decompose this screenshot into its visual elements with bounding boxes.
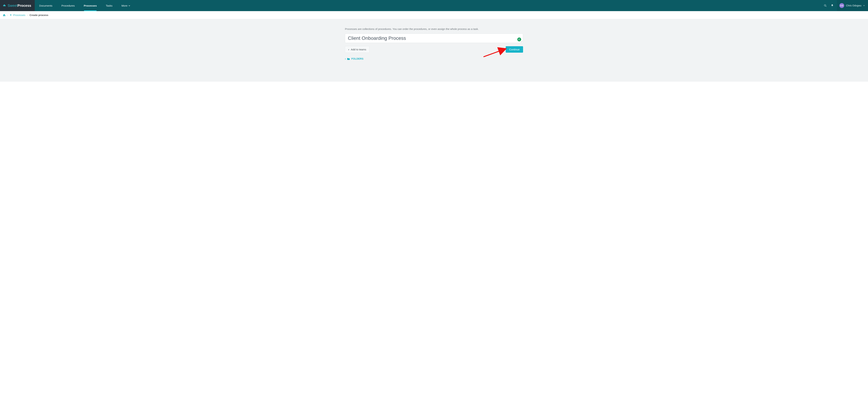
nav-item-label: Tasks bbox=[106, 4, 112, 7]
brand-text: SweetProcess bbox=[8, 4, 31, 8]
process-title-field[interactable] bbox=[345, 33, 523, 43]
annotation-arrow-icon bbox=[482, 47, 509, 59]
bell-icon[interactable] bbox=[831, 4, 834, 7]
brand-logo-icon bbox=[2, 4, 6, 7]
chevron-down-icon bbox=[863, 4, 865, 7]
breadcrumb-separator: › bbox=[7, 14, 8, 16]
search-icon[interactable] bbox=[824, 4, 827, 7]
user-name: Chris Odogwu bbox=[846, 4, 861, 7]
resize-handle-icon[interactable] bbox=[521, 41, 523, 43]
folder-icon bbox=[347, 57, 350, 60]
create-process-form: Processes are collections of procedures.… bbox=[343, 27, 525, 60]
breadcrumb-processes-link[interactable]: Processes bbox=[10, 13, 25, 17]
nav-more[interactable]: More bbox=[117, 0, 135, 11]
nav-item-label: Procedures bbox=[61, 4, 75, 7]
home-icon[interactable] bbox=[3, 14, 5, 17]
nav-items: Documents Procedures Processes Tasks Mor… bbox=[35, 0, 135, 11]
nav-procedures[interactable]: Procedures bbox=[57, 0, 79, 11]
nav-documents[interactable]: Documents bbox=[35, 0, 57, 11]
svg-line-3 bbox=[484, 49, 506, 57]
svg-line-2 bbox=[826, 6, 827, 7]
brand-sweet: Sweet bbox=[8, 4, 18, 7]
brand[interactable]: SweetProcess bbox=[0, 0, 35, 11]
form-actions-row: › Add to teams Continue bbox=[345, 46, 523, 53]
grammarly-icon[interactable] bbox=[517, 37, 521, 41]
nav-tasks[interactable]: Tasks bbox=[101, 0, 117, 11]
nav-item-label: Processes bbox=[84, 4, 97, 7]
chevron-right-icon: › bbox=[348, 48, 349, 51]
stack-icon bbox=[10, 14, 12, 16]
avatar-initials: CO bbox=[840, 4, 843, 7]
nav-item-label: More bbox=[122, 4, 127, 7]
chevron-right-icon: › bbox=[345, 57, 346, 60]
breadcrumb-current: Create process bbox=[30, 13, 48, 17]
top-nav: SweetProcess Documents Procedures Proces… bbox=[0, 0, 868, 11]
chevron-down-icon bbox=[128, 4, 130, 7]
page-body: Processes are collections of procedures.… bbox=[0, 19, 868, 82]
process-title-input[interactable] bbox=[348, 35, 515, 41]
nav-item-label: Documents bbox=[39, 4, 53, 7]
brand-process: Process bbox=[18, 4, 31, 7]
form-intro-text: Processes are collections of procedures.… bbox=[345, 27, 523, 30]
avatar: CO bbox=[839, 3, 844, 8]
svg-point-1 bbox=[824, 4, 826, 6]
continue-label: Continue bbox=[509, 48, 520, 51]
breadcrumb-separator: › bbox=[27, 14, 28, 16]
svg-point-0 bbox=[4, 4, 5, 5]
nav-right-icons bbox=[820, 0, 837, 11]
nav-processes[interactable]: Processes bbox=[79, 0, 101, 11]
add-to-teams-button[interactable]: › Add to teams bbox=[345, 46, 369, 53]
breadcrumb: › Processes › Create process bbox=[0, 11, 868, 19]
user-menu[interactable]: CO Chris Odogwu bbox=[837, 0, 868, 11]
add-to-teams-label: Add to teams bbox=[351, 48, 366, 51]
folders-label: FOLDERS bbox=[351, 57, 364, 60]
folders-toggle[interactable]: › FOLDERS bbox=[345, 57, 364, 60]
breadcrumb-link-label: Processes bbox=[13, 13, 25, 17]
